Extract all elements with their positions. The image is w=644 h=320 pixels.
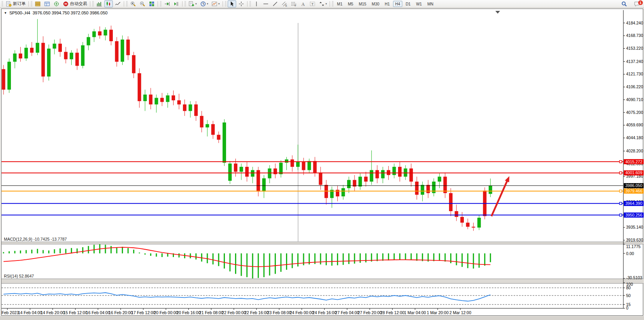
- svg-text:T: T: [311, 2, 314, 6]
- bar-chart-button[interactable]: [95, 0, 104, 7]
- macd-bar: [490, 254, 491, 262]
- toolbar-grip[interactable]: [92, 1, 94, 7]
- price-tick-label: 4059.690: [626, 122, 643, 127]
- macd-bar: [462, 254, 463, 267]
- time-tick-label: 13 Feb 2023: [2, 310, 19, 315]
- auto-trading-button[interactable]: 自动交易: [61, 0, 88, 7]
- candle-chart-button[interactable]: [104, 0, 113, 7]
- candle: [330, 187, 333, 208]
- dropdown-caret-icon[interactable]: ▾: [326, 2, 327, 5]
- time-tick-label: 1 Mar 04:00: [404, 310, 426, 315]
- price-tick-label: 3919.630: [626, 238, 643, 242]
- tile-windows-button[interactable]: [147, 0, 156, 7]
- pane-splitter[interactable]: [2, 279, 644, 283]
- candle: [109, 26, 113, 45]
- indicators-button[interactable]: ▾: [187, 0, 198, 7]
- macd-bar: [128, 248, 129, 254]
- zoom-out-button[interactable]: [138, 0, 147, 7]
- candle: [376, 165, 379, 183]
- dropdown-caret-icon[interactable]: ▾: [207, 2, 209, 5]
- auto-scroll-button[interactable]: [163, 0, 171, 7]
- market-watch-button[interactable]: [33, 0, 42, 7]
- macd-bar: [297, 254, 298, 267]
- toolbar-group-chart-types: [95, 0, 123, 8]
- candle: [460, 212, 464, 227]
- pane-splitter[interactable]: [2, 242, 644, 244]
- equidistant-channel-button[interactable]: E: [280, 0, 289, 7]
- timeframe-h4-button[interactable]: H4: [393, 1, 403, 7]
- timeframe-d1-button[interactable]: D1: [403, 1, 413, 7]
- candle: [211, 121, 215, 139]
- macd-bar: [456, 254, 457, 266]
- candle: [81, 42, 84, 68]
- line-handle[interactable]: [619, 202, 622, 205]
- timeframe-h1-button[interactable]: H1: [383, 1, 392, 7]
- timeframe-m15-button[interactable]: M15: [356, 1, 369, 7]
- candle: [36, 19, 39, 55]
- candle: [70, 50, 73, 65]
- line-handle[interactable]: [619, 172, 622, 174]
- dropdown-caret-icon[interactable]: ▾: [218, 2, 220, 5]
- candle: [30, 42, 33, 56]
- price-tick-label: 3935.140: [626, 225, 643, 229]
- zoom-in-button[interactable]: [129, 0, 137, 7]
- arrow-object[interactable]: [491, 176, 509, 216]
- fibonacci-button[interactable]: F: [290, 0, 298, 7]
- macd-bar: [122, 247, 123, 254]
- periods-button[interactable]: ▾: [199, 0, 210, 7]
- macd-bar: [230, 254, 231, 271]
- timeframe-w1-button[interactable]: W1: [414, 1, 424, 7]
- text-button[interactable]: A: [299, 0, 307, 7]
- line-handle[interactable]: [619, 214, 622, 216]
- navigator-button[interactable]: [52, 0, 61, 7]
- time-axis: 13 Feb 202314 Feb 04:0014 Feb 20:0015 Fe…: [2, 308, 471, 315]
- toolbar-grip[interactable]: [184, 1, 186, 7]
- timeframe-m30-button[interactable]: M30: [369, 1, 381, 7]
- crosshair-button[interactable]: [237, 0, 246, 7]
- macd-bar: [331, 254, 332, 266]
- toolbar-grip[interactable]: [249, 1, 251, 7]
- timeframe-m5-button[interactable]: M5: [346, 1, 356, 7]
- chart-menu-icon[interactable]: ▼: [4, 11, 7, 15]
- price-badge-label: 3979.466: [625, 189, 642, 193]
- equidistant-channel-icon: E: [281, 1, 288, 7]
- search-button[interactable]: [620, 0, 628, 7]
- toolbar-grip[interactable]: [225, 1, 226, 7]
- templates-button[interactable]: ▾: [210, 0, 221, 7]
- price-tick-label: 4028.200: [626, 149, 643, 153]
- macd-bar: [320, 254, 321, 264]
- toolbar-grip[interactable]: [126, 1, 128, 7]
- arrows-button[interactable]: ▾: [318, 0, 328, 7]
- line-handle[interactable]: [619, 190, 622, 192]
- text-label-button[interactable]: T: [308, 0, 317, 7]
- chart-shift-marker-icon[interactable]: [495, 11, 500, 14]
- horizontal-line-button[interactable]: [261, 0, 270, 7]
- toolbar-grip[interactable]: [160, 1, 161, 7]
- line-chart-button[interactable]: [114, 0, 122, 7]
- candle: [177, 94, 181, 109]
- candle: [104, 27, 107, 40]
- line-handle[interactable]: [619, 161, 622, 163]
- candle: [205, 120, 209, 136]
- macd-bar: [275, 254, 276, 274]
- toolbar-grip[interactable]: [332, 1, 333, 7]
- dropdown-caret-icon[interactable]: ▾: [195, 2, 197, 5]
- timeframe-mn-button[interactable]: MN: [425, 1, 436, 7]
- candle: [274, 164, 277, 178]
- vertical-line-button[interactable]: [252, 0, 261, 7]
- macd-bar: [60, 248, 61, 254]
- data-window-button[interactable]: [43, 0, 51, 7]
- toolbar-group-objects: EFAT▾: [252, 0, 329, 8]
- cursor-button[interactable]: [228, 0, 236, 7]
- timeframe-m1-button[interactable]: M1: [335, 1, 345, 7]
- chart-shift-button[interactable]: [172, 0, 181, 7]
- macd-bar: [139, 252, 140, 253]
- macd-bar: [71, 248, 72, 254]
- toolbar-grip[interactable]: [31, 1, 32, 7]
- new-order-button[interactable]: 新订单: [4, 0, 27, 7]
- chart-canvas[interactable]: 4184.2404168.7304153.2204137.2404121.730…: [2, 9, 644, 316]
- toolbar-grip[interactable]: [2, 1, 3, 7]
- chart-ohlc: 3976.050 3994.750 3972.050 3986.050: [33, 10, 108, 15]
- trend-line-button[interactable]: [271, 0, 279, 7]
- notifications-button[interactable]: 1: [633, 0, 641, 7]
